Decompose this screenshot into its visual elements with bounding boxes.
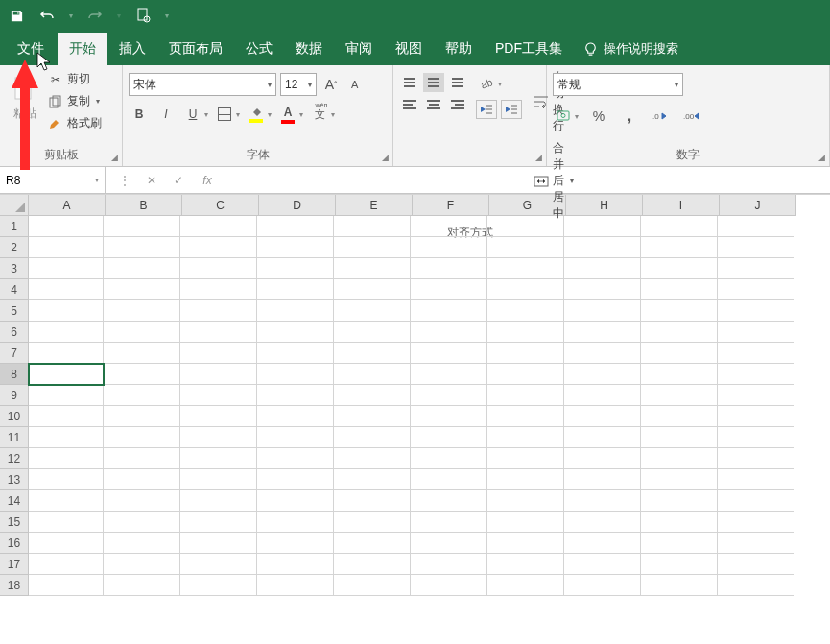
cell[interactable] bbox=[564, 279, 641, 300]
row-header[interactable]: 8 bbox=[0, 364, 29, 385]
cell[interactable] bbox=[411, 554, 487, 575]
cell[interactable] bbox=[487, 448, 564, 469]
cell[interactable] bbox=[718, 237, 794, 258]
name-box[interactable]: R8 ▾ bbox=[0, 167, 106, 193]
comma-style-button[interactable]: , bbox=[619, 106, 640, 127]
enter-icon[interactable]: ✓ bbox=[165, 170, 192, 191]
cell[interactable] bbox=[487, 406, 564, 427]
chevron-down-icon[interactable]: ▾ bbox=[570, 177, 574, 185]
cell[interactable] bbox=[180, 490, 257, 512]
font-size-selector[interactable]: 12 ▾ bbox=[280, 73, 317, 96]
cell[interactable] bbox=[564, 258, 641, 279]
cell[interactable] bbox=[180, 469, 257, 490]
cell[interactable] bbox=[104, 490, 180, 512]
cell[interactable] bbox=[718, 554, 794, 575]
cell[interactable] bbox=[29, 279, 104, 300]
align-left-button[interactable] bbox=[399, 95, 420, 114]
row-header[interactable]: 15 bbox=[0, 512, 29, 533]
row-header[interactable]: 5 bbox=[0, 300, 29, 322]
tab-insert[interactable]: 插入 bbox=[107, 33, 157, 65]
save-icon[interactable] bbox=[8, 7, 25, 24]
cell[interactable] bbox=[641, 512, 718, 533]
cell[interactable] bbox=[257, 575, 334, 596]
cell[interactable] bbox=[641, 575, 718, 596]
align-top-button[interactable] bbox=[399, 73, 420, 92]
cell[interactable] bbox=[257, 427, 334, 448]
cell[interactable] bbox=[104, 448, 180, 469]
border-button[interactable] bbox=[214, 104, 235, 125]
tab-pdf-tools[interactable]: PDF工具集 bbox=[484, 33, 574, 65]
column-header[interactable]: D bbox=[259, 195, 336, 216]
tab-file[interactable]: 文件 bbox=[4, 33, 58, 65]
cell[interactable] bbox=[29, 512, 104, 533]
cell[interactable] bbox=[411, 490, 487, 512]
cell[interactable] bbox=[411, 469, 487, 490]
cancel-icon[interactable]: ✕ bbox=[138, 170, 165, 191]
qat-dropdown-icon[interactable]: ▾ bbox=[69, 12, 73, 20]
cell[interactable] bbox=[487, 575, 564, 596]
cell[interactable] bbox=[180, 237, 257, 258]
cell[interactable] bbox=[104, 343, 180, 364]
chevron-down-icon[interactable]: ▾ bbox=[268, 110, 272, 119]
cell[interactable] bbox=[257, 237, 334, 258]
increase-decimal-button[interactable]: .0 bbox=[650, 106, 671, 127]
cell[interactable] bbox=[104, 469, 180, 490]
cell[interactable] bbox=[29, 258, 104, 279]
cell[interactable] bbox=[641, 533, 718, 554]
cell[interactable] bbox=[487, 216, 564, 237]
decrease-indent-button[interactable] bbox=[476, 100, 497, 119]
cell[interactable] bbox=[104, 406, 180, 427]
cell[interactable] bbox=[564, 343, 641, 364]
row-header[interactable]: 11 bbox=[0, 427, 29, 448]
cell[interactable] bbox=[104, 427, 180, 448]
cell[interactable] bbox=[564, 554, 641, 575]
cell[interactable] bbox=[641, 279, 718, 300]
cell[interactable] bbox=[257, 258, 334, 279]
cell[interactable] bbox=[257, 554, 334, 575]
cell[interactable] bbox=[487, 322, 564, 343]
fx-icon[interactable]: fx bbox=[192, 170, 219, 191]
cell[interactable] bbox=[718, 512, 794, 533]
cell[interactable] bbox=[564, 216, 641, 237]
cell[interactable] bbox=[180, 554, 257, 575]
cell[interactable] bbox=[257, 385, 334, 406]
cell[interactable] bbox=[641, 385, 718, 406]
cell[interactable] bbox=[641, 322, 718, 343]
row-header[interactable]: 3 bbox=[0, 258, 29, 279]
cell[interactable] bbox=[487, 469, 564, 490]
cell[interactable] bbox=[257, 406, 334, 427]
cell[interactable] bbox=[29, 448, 104, 469]
italic-button[interactable]: I bbox=[155, 104, 177, 125]
cell[interactable] bbox=[29, 554, 104, 575]
tell-me-search[interactable]: 操作说明搜索 bbox=[574, 33, 688, 65]
row-header[interactable]: 7 bbox=[0, 343, 29, 364]
underline-button[interactable]: U bbox=[182, 104, 203, 125]
cell[interactable] bbox=[564, 469, 641, 490]
cell[interactable] bbox=[411, 300, 487, 322]
cell[interactable] bbox=[487, 490, 564, 512]
cell[interactable] bbox=[564, 385, 641, 406]
cell[interactable] bbox=[718, 300, 794, 322]
cell[interactable] bbox=[564, 533, 641, 554]
select-all-corner[interactable] bbox=[0, 195, 29, 216]
bold-button[interactable]: B bbox=[129, 104, 150, 125]
row-header[interactable]: 16 bbox=[0, 533, 29, 554]
cell[interactable] bbox=[641, 216, 718, 237]
cell[interactable] bbox=[104, 554, 180, 575]
cell[interactable] bbox=[29, 364, 104, 385]
chevron-down-icon[interactable]: ▾ bbox=[331, 110, 335, 119]
cell[interactable] bbox=[180, 364, 257, 385]
cell[interactable] bbox=[718, 322, 794, 343]
chevron-down-icon[interactable]: ▾ bbox=[204, 110, 208, 119]
cell[interactable] bbox=[29, 427, 104, 448]
tab-data[interactable]: 数据 bbox=[284, 33, 334, 65]
cell[interactable] bbox=[104, 279, 180, 300]
cell[interactable] bbox=[104, 512, 180, 533]
cell[interactable] bbox=[257, 512, 334, 533]
increase-indent-button[interactable] bbox=[501, 100, 522, 119]
column-header[interactable]: I bbox=[643, 195, 720, 216]
cell[interactable] bbox=[411, 364, 487, 385]
cell[interactable] bbox=[334, 554, 411, 575]
cell[interactable] bbox=[718, 469, 794, 490]
cell[interactable] bbox=[718, 216, 794, 237]
